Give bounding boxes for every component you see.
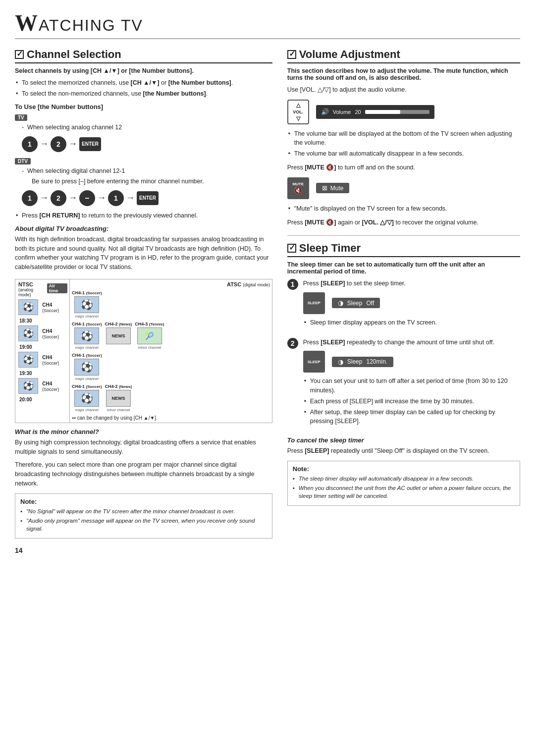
sleep-icon-1: ◑: [338, 299, 343, 307]
ntsc-label: NTSC: [18, 281, 47, 287]
step-2-content: Press [SLEEP] repeatedly to change the a…: [303, 338, 520, 431]
step-1-num: 1: [287, 279, 298, 290]
atsc-row-1830: CH4-1 (Soccer) ⚽ major channel CH4-2 (Ne…: [72, 322, 270, 350]
atsc-ch41-1830: CH4-1 (Soccer) ⚽ major channel: [72, 322, 102, 350]
mute-display: MUTE 🔇 ⊠ Mute: [287, 177, 520, 199]
volume-display: △ VOL. ▽ 🔊 Volume 20: [287, 100, 520, 124]
vol-bar-inner: [365, 110, 401, 114]
ntsc-row-3: ⚽ CH4 (Soccer): [18, 352, 67, 369]
vol-arrows-down: ▽: [296, 115, 300, 122]
left-column: Channel Selection Select channels by usi…: [15, 48, 272, 554]
sleep-step-2: 2 Press [SLEEP] repeatedly to change the…: [287, 338, 520, 431]
volume-bullet-1: The volume bar will be displayed at the …: [287, 129, 520, 147]
mute-bullets: "Mute" is displayed on the TV screen for…: [287, 204, 520, 213]
step-1-bullets: Sleep timer display appears on the TV sc…: [303, 318, 520, 327]
atsc-img-ch41-1800: ⚽: [74, 296, 99, 313]
section-divider: [287, 235, 520, 236]
atsc-row-1800: CH4-1 (Soccer) ⚽ major channel: [72, 290, 270, 319]
mute-bullet-1: "Mute" is displayed on the TV screen for…: [287, 204, 520, 213]
channel-note-list: "No Signal" will appear on the TV screen…: [20, 507, 267, 533]
atsc-img-ch42: NEWS: [106, 327, 131, 344]
sleep-note-item-2: When you disconnect the unit from the AC…: [293, 484, 515, 500]
atsc-ch43-1830: CH4-3 (Tennis) 🎾 minor channel: [135, 322, 164, 350]
ntsc-ch3-name: CH4 (Soccer): [42, 355, 67, 366]
vol-screen: 🔊 Volume 20: [316, 105, 434, 119]
step-1-content: Press [SLEEP] to set the sleep timer. SL…: [303, 279, 520, 332]
channel-title-text: Channel Selection: [27, 48, 121, 61]
checkbox-icon: [15, 50, 24, 59]
sleep-button-1: SLEEP: [303, 292, 325, 314]
atsc-ch42-1830: CH4-2 (News) NEWS: [105, 322, 132, 345]
right-column: Volume Adjustment This section describes…: [287, 48, 520, 554]
vol-button: △ VOL. ▽: [287, 100, 309, 124]
ntsc-img-1: ⚽: [18, 299, 38, 315]
step-2-bullet-2: Each press of [SLEEP] will increase the …: [303, 397, 520, 406]
ntsc-row-1: ⚽ CH4 (Soccer): [18, 299, 67, 316]
sleep-screen-text-2: Sleep: [347, 358, 363, 365]
minor-channel-body-2: Therefore, you can select more than one …: [15, 460, 272, 488]
page: WATCHING TV Channel Selection Select cha…: [0, 0, 535, 756]
page-number: 14: [15, 546, 272, 554]
cancel-sleep-text: Press [SLEEP] repeatedly until "Sleep Of…: [287, 446, 520, 456]
sleep-note-box: Note: The sleep timer display will autom…: [287, 461, 520, 506]
ntsc-img-2: ⚽: [18, 325, 38, 341]
step-2-bullet-1: You can set your unit to turn off after …: [303, 377, 520, 394]
volume-bullet-2: The volume bar will automatically disapp…: [287, 149, 520, 158]
digital-tv-body: With its high definition broadcast, digi…: [15, 235, 272, 272]
ntsc-column: NTSC (analog mode) Air time ⚽ CH4 (Socce…: [15, 279, 70, 423]
volume-section-title: Volume Adjustment: [287, 48, 520, 63]
atsc-row-1900: CH4-1 (Soccer) ⚽ major channel: [72, 353, 270, 381]
sleep-screen-text-1: Sleep: [347, 300, 363, 307]
ntsc-time-2000: 20:00: [18, 397, 67, 402]
cancel-sleep-heading: To cancel the sleep timer: [287, 436, 520, 444]
atsc-ch41-1930: CH4-1 (Soccer) ⚽ major channel: [72, 384, 102, 412]
minor-channel-heading: What is the minor channel?: [15, 428, 272, 435]
mute-screen-text: Mute: [330, 185, 344, 192]
ch-return-list: Press [CH RETURN] to return to the previ…: [15, 211, 272, 220]
atsc-label: ATSC (digital mode): [72, 281, 270, 287]
air-time-badge: Air time: [47, 283, 67, 293]
atsc-img-ch42-1930: NEWS: [106, 390, 131, 407]
atsc-img-ch41-1930: ⚽: [74, 390, 99, 407]
volume-title-text: Volume Adjustment: [299, 48, 400, 61]
analog-btn-sequence: 1 → 2 → ENTER: [22, 136, 272, 152]
sleep-screen-value-1: Off: [366, 300, 374, 307]
ntsc-img-3: ⚽: [18, 352, 38, 368]
btn-1b-digital: 1: [108, 190, 124, 206]
arrow-d1: →: [40, 193, 49, 203]
sleep-screen-1: ◑ Sleep Off: [332, 298, 380, 308]
sleep-screen-2: ◑ Sleep 120min.: [332, 357, 393, 367]
ch-return-bullet: Press [CH RETURN] to return to the previ…: [15, 211, 272, 220]
vol-label: VOL.: [293, 109, 303, 114]
channel-bullet-2: To select the non-memorized channels, us…: [15, 89, 272, 98]
minor-channel-body-1: By using high compression technology, di…: [15, 438, 272, 457]
arrow-2: →: [68, 139, 77, 149]
ntsc-rows: ⚽ CH4 (Soccer) 18:30 ⚽ CH4 (Soccer): [18, 299, 67, 402]
vol-arrows: △: [296, 102, 300, 108]
arrow-d2: →: [68, 193, 77, 203]
mute-x-icon: ⊠: [322, 184, 327, 192]
channel-bullets: To select the memorized channels, use [C…: [15, 78, 272, 98]
use-vol-text: Use [VOL. △/▽] to adjust the audio volum…: [287, 85, 520, 95]
channel-note-item-2: "Audio only program" message will appear…: [20, 517, 267, 533]
sleep-note-item-1: The sleep timer display will automatical…: [293, 475, 515, 483]
step-1-bullet: Sleep timer display appears on the TV sc…: [303, 318, 520, 327]
volume-bullets: The volume bar will be displayed at the …: [287, 129, 520, 158]
atsc-img-ch43: 🎾: [137, 327, 162, 344]
sleep-display-2: SLEEP ◑ Sleep 120min.: [303, 351, 520, 373]
ntsc-ch4-name: CH4 (Soccer): [42, 381, 67, 392]
step-2-text: Press [SLEEP] repeatedly to change the a…: [303, 338, 520, 347]
sleep-title-text: Sleep Timer: [299, 242, 361, 255]
atsc-ch41-1900: CH4-1 (Soccer) ⚽ major channel: [72, 353, 102, 381]
btn-2-digital: 2: [51, 190, 66, 206]
channel-note-box: Note: "No Signal" will appear on the TV …: [15, 493, 272, 539]
atsc-img-ch41: ⚽: [74, 327, 99, 344]
channel-diagram: NTSC (analog mode) Air time ⚽ CH4 (Socce…: [15, 279, 272, 423]
step-1-text: Press [SLEEP] to set the sleep timer.: [303, 279, 520, 288]
dtv-note: - When selecting digital channel 12-1: [15, 167, 272, 176]
arrow-1: →: [40, 139, 49, 149]
btn-1-analog: 1: [22, 136, 38, 152]
step-2-num: 2: [287, 338, 298, 349]
channel-note-item-1: "No Signal" will appear on the TV screen…: [20, 507, 267, 515]
header-title: ATCHING TV: [39, 16, 143, 34]
